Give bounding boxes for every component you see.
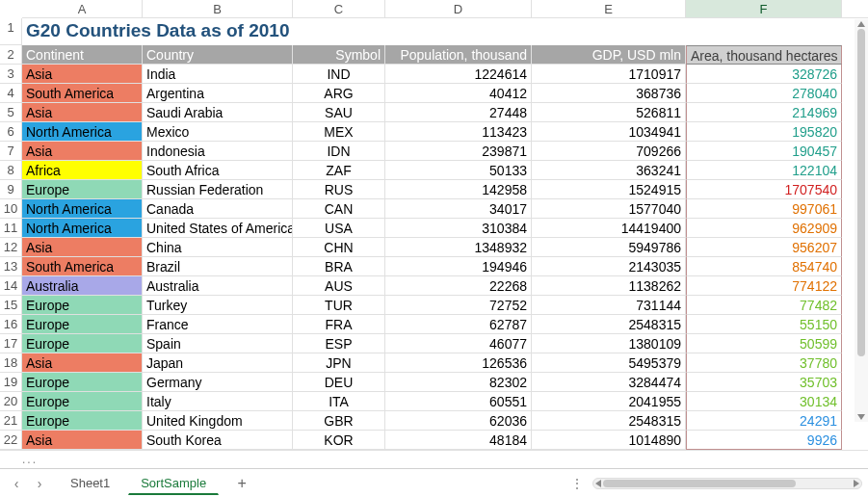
cell-gdp[interactable]: 731144 [532, 296, 686, 315]
cell-area[interactable]: 962909 [686, 219, 842, 238]
cell-country[interactable]: Germany [143, 373, 293, 392]
cell-continent[interactable]: Europe [22, 392, 143, 411]
row-label[interactable]: 10 [0, 199, 22, 219]
cell-area[interactable]: 37780 [686, 353, 842, 373]
column-header-A[interactable]: A [22, 0, 143, 17]
cell-continent[interactable]: Europe [22, 334, 143, 353]
row-label[interactable]: 18 [0, 353, 22, 373]
cell-population[interactable]: 1224614 [385, 65, 532, 84]
sheet-tab[interactable]: Sheet1 [58, 472, 122, 494]
cell-continent[interactable]: Africa [22, 161, 143, 180]
cell-symbol[interactable]: AUS [293, 276, 385, 296]
row-label[interactable]: 14 [0, 276, 22, 296]
cell-area[interactable]: 122104 [686, 161, 842, 180]
row-label[interactable]: 15 [0, 296, 22, 315]
cell-gdp[interactable]: 363241 [532, 161, 686, 180]
cell-area[interactable]: 195820 [686, 122, 842, 142]
cell-country[interactable]: Russian Federation [143, 180, 293, 199]
cell-country[interactable]: South Korea [143, 431, 293, 450]
vertical-scrollbar[interactable] [855, 19, 868, 422]
cell-gdp[interactable]: 1014890 [532, 431, 686, 450]
cell-gdp[interactable]: 1710917 [532, 65, 686, 84]
cell-continent[interactable]: Asia [22, 353, 143, 373]
row-label[interactable]: 11 [0, 219, 22, 238]
cell-symbol[interactable]: RUS [293, 180, 385, 199]
cell-gdp[interactable]: 3284474 [532, 373, 686, 392]
cell-population[interactable]: 310384 [385, 219, 532, 238]
header-continent[interactable]: Continent [22, 45, 143, 65]
cell-country[interactable]: Canada [143, 199, 293, 219]
scroll-left-icon[interactable] [595, 480, 601, 487]
cell-continent[interactable]: Asia [22, 238, 143, 257]
cell-gdp[interactable]: 2548315 [532, 315, 686, 334]
cell-symbol[interactable]: DEU [293, 373, 385, 392]
cell-country[interactable]: United Kingdom [143, 411, 293, 431]
row-label[interactable]: 8 [0, 161, 22, 180]
cell-gdp[interactable]: 2548315 [532, 411, 686, 431]
cell-symbol[interactable]: USA [293, 219, 385, 238]
row-label[interactable]: 17 [0, 334, 22, 353]
cell-population[interactable]: 1348932 [385, 238, 532, 257]
cell-area[interactable]: 956207 [686, 238, 842, 257]
row-label[interactable]: 1 [0, 18, 22, 45]
cell-symbol[interactable]: FRA [293, 315, 385, 334]
row-label[interactable]: 7 [0, 142, 22, 161]
cell-gdp[interactable]: 2041955 [532, 392, 686, 411]
cell-area[interactable]: 30134 [686, 392, 842, 411]
cell-population[interactable]: 82302 [385, 373, 532, 392]
column-header-F[interactable]: F [686, 0, 842, 17]
scroll-thumb[interactable] [857, 29, 865, 356]
cell-country[interactable]: Indonesia [143, 142, 293, 161]
cell-symbol[interactable]: CAN [293, 199, 385, 219]
next-sheet-button[interactable]: › [29, 473, 50, 494]
header-symbol[interactable]: Symbol [293, 45, 385, 65]
cell-gdp[interactable]: 5495379 [532, 353, 686, 373]
cell-country[interactable]: Saudi Arabia [143, 103, 293, 122]
cell-symbol[interactable]: IND [293, 65, 385, 84]
row-label[interactable]: 9 [0, 180, 22, 199]
cell-symbol[interactable]: ZAF [293, 161, 385, 180]
cell-country[interactable]: China [143, 238, 293, 257]
add-sheet-button[interactable]: + [230, 472, 253, 495]
cell-area[interactable]: 190457 [686, 142, 842, 161]
cell-continent[interactable]: Asia [22, 431, 143, 450]
cell-symbol[interactable]: GBR [293, 411, 385, 431]
cell-population[interactable]: 72752 [385, 296, 532, 315]
cell-continent[interactable]: North America [22, 219, 143, 238]
cell-country[interactable]: Japan [143, 353, 293, 373]
cell-country[interactable]: Turkey [143, 296, 293, 315]
cell-area[interactable]: 854740 [686, 257, 842, 276]
cell-gdp[interactable]: 526811 [532, 103, 686, 122]
header-gdp[interactable]: GDP, USD mln [532, 45, 686, 65]
cell-symbol[interactable]: IDN [293, 142, 385, 161]
sheet-tab[interactable]: SortSample [128, 472, 219, 495]
cell-population[interactable]: 40412 [385, 84, 532, 103]
cell-gdp[interactable]: 2143035 [532, 257, 686, 276]
cell-country[interactable]: Spain [143, 334, 293, 353]
cell-symbol[interactable]: BRA [293, 257, 385, 276]
cell-continent[interactable]: South America [22, 84, 143, 103]
cell-population[interactable]: 46077 [385, 334, 532, 353]
column-header-E[interactable]: E [532, 0, 686, 17]
row-label[interactable]: 4 [0, 84, 22, 103]
cell-population[interactable]: 34017 [385, 199, 532, 219]
cell-area[interactable]: 278040 [686, 84, 842, 103]
cell-continent[interactable]: North America [22, 199, 143, 219]
cell-gdp[interactable]: 1034941 [532, 122, 686, 142]
cell-area[interactable]: 50599 [686, 334, 842, 353]
row-label[interactable]: 5 [0, 103, 22, 122]
cell-gdp[interactable]: 1524915 [532, 180, 686, 199]
cell-continent[interactable]: Europe [22, 373, 143, 392]
cell-symbol[interactable]: MEX [293, 122, 385, 142]
cell-population[interactable]: 22268 [385, 276, 532, 296]
cell-population[interactable]: 239871 [385, 142, 532, 161]
cell-continent[interactable]: Australia [22, 276, 143, 296]
cell-gdp[interactable]: 14419400 [532, 219, 686, 238]
cell-area[interactable]: 997061 [686, 199, 842, 219]
row-label[interactable]: 13 [0, 257, 22, 276]
cell-gdp[interactable]: 5949786 [532, 238, 686, 257]
cell-country[interactable]: Italy [143, 392, 293, 411]
cell-country[interactable]: Argentina [143, 84, 293, 103]
cell-continent[interactable]: Europe [22, 180, 143, 199]
row-label[interactable]: 3 [0, 65, 22, 84]
